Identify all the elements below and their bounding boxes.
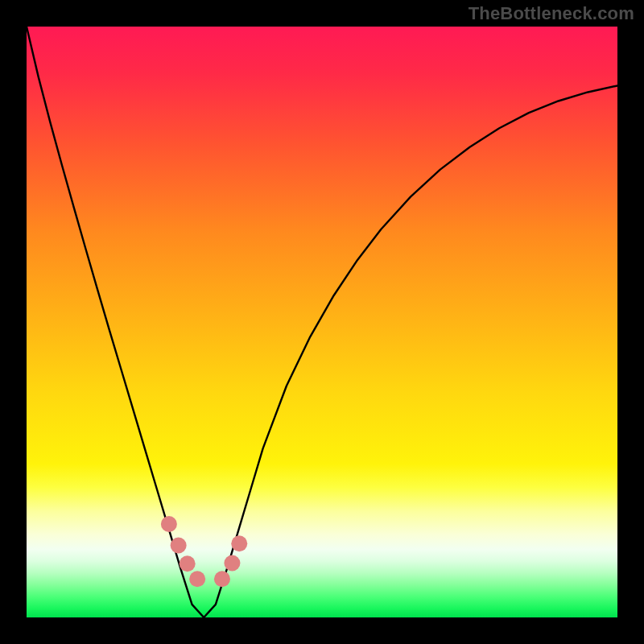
- curve-marker: [214, 571, 230, 587]
- bottleneck-curve-chart: [27, 27, 617, 617]
- gradient-background: [27, 27, 617, 617]
- curve-marker: [231, 535, 247, 551]
- curve-marker: [161, 516, 177, 532]
- chart-root: { "watermark": "TheBottleneck.com", "plo…: [0, 0, 644, 644]
- curve-marker: [224, 555, 240, 571]
- curve-marker: [189, 571, 205, 587]
- plot-area: [27, 27, 617, 617]
- curve-marker: [180, 555, 196, 572]
- curve-marker: [171, 537, 187, 553]
- watermark-text: TheBottleneck.com: [469, 3, 634, 24]
